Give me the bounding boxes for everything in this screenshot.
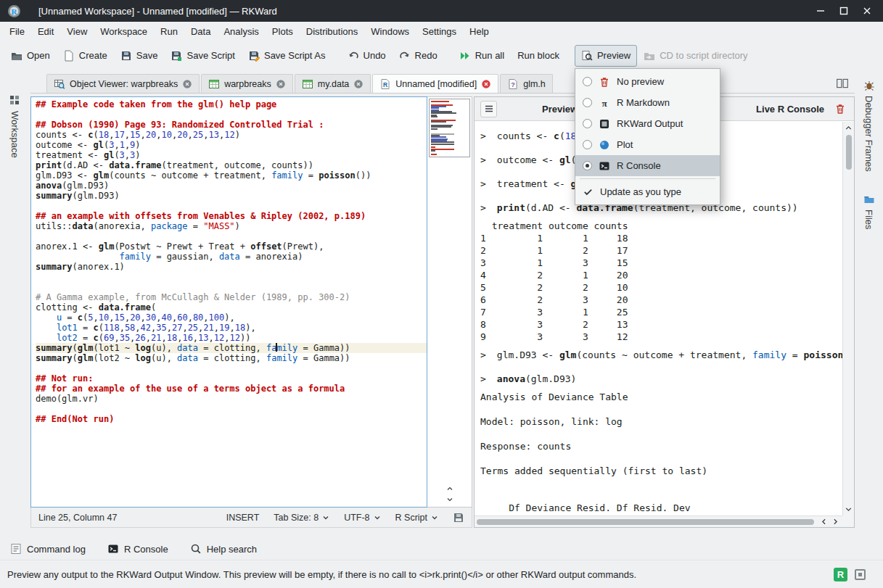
code-line-29[interactable]: ## for an example of the use of a terms … [36, 384, 427, 394]
code-line-3[interactable]: ## Dobson (1990) Page 93: Randomized Con… [36, 120, 427, 130]
encoding-combo[interactable]: UTF-8 [344, 513, 380, 523]
code-line-28[interactable]: ## Not run: [36, 373, 427, 384]
code-line-4[interactable]: counts <- c(18,17,15,20,10,20,25,13,12) [36, 130, 427, 140]
editor-scrollbar-strip[interactable] [427, 96, 472, 508]
menu-plots[interactable]: Plots [266, 23, 300, 40]
menu-help[interactable]: Help [463, 23, 496, 40]
scroll-right-icon[interactable] [831, 517, 840, 526]
minimap[interactable] [429, 99, 470, 157]
preview-button[interactable]: Preview [575, 45, 637, 67]
save-icon[interactable] [453, 512, 464, 523]
code-line-18[interactable] [36, 272, 427, 282]
save-script-as-button[interactable]: Save Script As [242, 45, 332, 67]
code-line-6[interactable]: treatment <- gl(3,3) [36, 150, 427, 160]
save-script-button[interactable]: Save Script [164, 45, 241, 67]
code-line-8[interactable]: glm.D93 <- glm(counts ~ outcome + treatm… [36, 170, 427, 181]
code-line-14[interactable] [36, 231, 427, 241]
code-line-26[interactable]: summary(glm(lot2 ~ log(u), data = clotti… [36, 353, 427, 363]
code-line-16[interactable]: family = gaussian, data = anorexia) [36, 252, 427, 262]
tab-close-icon[interactable] [353, 79, 364, 89]
code-line-17[interactable]: summary(anorex.1) [36, 262, 427, 272]
menu-workspace[interactable]: Workspace [94, 23, 154, 40]
code-line-9[interactable]: anova(glm.D93) [36, 181, 427, 191]
menu-analysis[interactable]: Analysis [217, 23, 265, 40]
menu-file[interactable]: File [3, 23, 31, 40]
tab-object-viewer-warpbreaks[interactable]: Object Viewer: warpbreaks [46, 74, 200, 93]
toolview-workspace[interactable]: Workspace [9, 111, 20, 158]
code-line-10[interactable]: summary(glm.D93) [36, 191, 427, 201]
editor-code[interactable]: ## Example code taken from the glm() hel… [30, 96, 427, 508]
console-horizontal-scrollbar[interactable] [475, 515, 842, 527]
code-line-25[interactable]: summary(glm(lot1 ~ log(u), data = clotti… [36, 343, 427, 353]
tab-close-icon[interactable] [276, 79, 286, 89]
toolview-help-search[interactable]: Help search [190, 543, 257, 555]
run-all-button[interactable]: Run all [453, 45, 511, 67]
tab-size-combo[interactable]: Tab Size: 8 [274, 513, 329, 523]
code-line-30[interactable]: demo(glm.vr) [36, 394, 427, 404]
minimize-button[interactable] [815, 5, 826, 17]
preview-menu-item-no-preview[interactable]: No preview [575, 71, 720, 92]
tab-my-data[interactable]: my.data [295, 74, 371, 93]
code-line-32[interactable]: ## End(Not run) [36, 414, 427, 424]
create-button[interactable]: Create [57, 45, 114, 67]
code-line-1[interactable]: ## Example code taken from the glm() hel… [36, 99, 427, 109]
scroll-left-icon[interactable] [819, 517, 829, 526]
open-button[interactable]: Open [4, 45, 57, 67]
preview-menu-button[interactable] [480, 101, 497, 117]
console-vertical-scrollbar[interactable] [842, 122, 854, 515]
horizontal-scroll-thumb[interactable] [477, 519, 814, 525]
code-line-7[interactable]: print(d.AD <- data.frame(treatment, outc… [36, 160, 427, 170]
code-line-27[interactable] [36, 363, 427, 373]
undo-button[interactable]: Undo [341, 45, 393, 67]
toolview-debugger-frames[interactable]: Debugger Frames [863, 80, 875, 172]
menu-run[interactable]: Run [154, 23, 184, 40]
code-line-20[interactable]: # A Gamma example, from McCullagh & Neld… [36, 292, 427, 302]
code-line-24[interactable]: lot2 = c(69,35,26,21,18,16,13,12,12)) [36, 333, 427, 343]
code-line-23[interactable]: lot1 = c(118,58,42,35,27,25,21,19,18), [36, 323, 427, 333]
scroll-up-icon[interactable] [445, 484, 455, 493]
scroll-up-icon[interactable] [844, 123, 853, 133]
scroll-down-icon[interactable] [844, 505, 853, 514]
code-line-15[interactable]: anorex.1 <- glm(Postwt ~ Prewt + Treat +… [36, 241, 427, 252]
menu-settings[interactable]: Settings [416, 23, 463, 40]
toolview-files[interactable]: Files [863, 194, 875, 229]
input-mode-label[interactable]: INSERT [226, 513, 260, 523]
code-line-12[interactable]: ## an example with offsets from Venables… [36, 211, 427, 221]
close-button[interactable] [861, 5, 873, 17]
tab-close-icon[interactable] [481, 79, 491, 89]
save-button[interactable]: Save [114, 45, 165, 67]
preview-menu-item-update-as-you-type[interactable]: Update as you type [575, 181, 720, 202]
tab-unnamed-modified[interactable]: RUnnamed [modified] [372, 74, 498, 93]
highlight-mode-combo[interactable]: R Script [395, 513, 438, 523]
redo-button[interactable]: Redo [393, 45, 444, 67]
tab-glm-h[interactable]: ?glm.h [500, 74, 553, 93]
delete-preview-button[interactable] [831, 101, 848, 117]
scroll-down-icon[interactable] [445, 495, 455, 504]
preview-menu-item-r-markdown[interactable]: πR Markdown [575, 92, 720, 113]
preview-menu-item-plot[interactable]: Plot [575, 134, 720, 155]
maximize-button[interactable] [838, 5, 850, 17]
code-line-31[interactable] [36, 404, 427, 414]
tab-warpbreaks[interactable]: warpbreaks [201, 74, 293, 93]
code-line-11[interactable] [36, 201, 427, 211]
split-view-icon[interactable] [836, 77, 849, 90]
code-line-22[interactable]: u = c(5,10,15,20,30,40,60,80,100), [36, 312, 427, 323]
menu-view[interactable]: View [60, 23, 94, 40]
code-line-5[interactable]: outcome <- gl(3,1,9) [36, 140, 427, 150]
tab-close-icon[interactable] [182, 79, 192, 89]
vertical-scroll-thumb[interactable] [846, 135, 852, 170]
menu-data[interactable]: Data [184, 23, 217, 40]
menu-edit[interactable]: Edit [31, 23, 60, 40]
code-line-19[interactable] [36, 282, 427, 292]
menu-distributions[interactable]: Distributions [300, 23, 365, 40]
toolview-r-console[interactable]: R Console [107, 543, 168, 555]
cursor-position-label[interactable]: Line 25, Column 47 [38, 513, 117, 523]
run-block-button[interactable]: Run block [511, 45, 566, 67]
preview-menu-item-r-console[interactable]: R Console [575, 155, 720, 176]
code-line-2[interactable] [36, 109, 427, 120]
menu-windows[interactable]: Windows [364, 23, 416, 40]
preview-menu-item-rkward-output[interactable]: RKWard Output [575, 113, 720, 134]
code-line-21[interactable]: clotting <- data.frame( [36, 302, 427, 312]
toolview-command-log[interactable]: Command log [10, 543, 86, 555]
code-line-13[interactable]: utils::data(anorexia, package = "MASS") [36, 221, 427, 231]
